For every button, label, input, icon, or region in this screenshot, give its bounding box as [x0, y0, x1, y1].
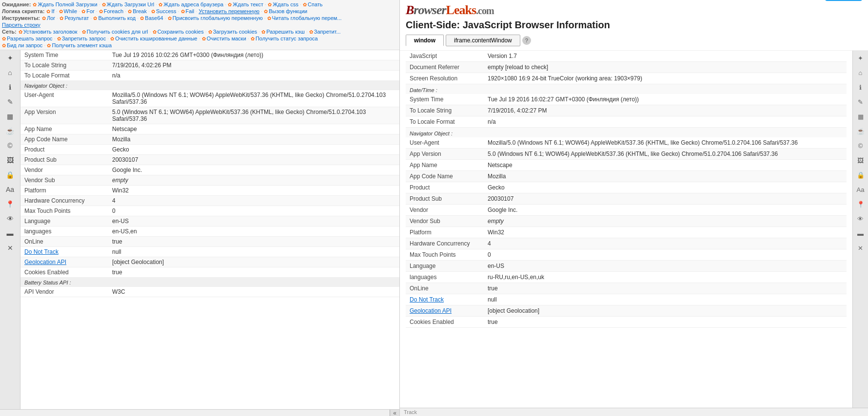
toolbar-item-check-req[interactable]: ✿Бид ли запрос [2, 42, 42, 48]
right-row-key-9: App Version [406, 149, 484, 160]
toolbar-item-allow-cache[interactable]: ✿Разрешить кэш [261, 29, 304, 35]
left-row-key-13: Hardware Concurrency [20, 196, 108, 206]
toolbar-item-req-status[interactable]: ✿Получить статус запроса [251, 36, 318, 41]
left-row-key-8: Product [20, 145, 108, 155]
left-sidebar-icon-edit[interactable]: ✎ [3, 96, 17, 108]
toolbar-item-get-cache-elem[interactable]: ✿Получить элемент кэша [47, 42, 112, 48]
toolbar-item-while[interactable]: ✿While [59, 8, 78, 14]
toolbar-item-result[interactable]: ✿Результат [59, 15, 89, 21]
toolbar-item-log[interactable]: ✿Лог [42, 15, 55, 21]
toolbar-item-wait-css[interactable]: ✿Ждать css [268, 1, 298, 7]
right-sidebar-icon-info[interactable]: ℹ [855, 82, 867, 93]
left-row-key-17: OnLine [20, 237, 108, 247]
left-sidebar-icon-copyright[interactable]: © [3, 140, 17, 151]
left-scrollbar-h[interactable]: « [0, 409, 399, 416]
tab-window[interactable]: window [406, 35, 444, 46]
toolbar-item-browser-addr[interactable]: ✿Ждать адреса браузера [158, 1, 223, 7]
toolbar-item-load-cookies[interactable]: ✿Загрузить cookies [208, 29, 257, 35]
gear-icon-15: ✿ [42, 16, 46, 21]
right-row-val-16: Win32 [484, 227, 847, 238]
toolbar-row-5: Сеть: ✿Установить заголовок · ✿Получить … [2, 28, 397, 35]
right-row-val-12: Gecko [484, 182, 847, 193]
left-sidebar-icon-home[interactable]: ⌂ [3, 67, 17, 78]
toolbar-item-clear-cache[interactable]: ✿Очистить кэшированные данные [110, 36, 197, 41]
left-sidebar-icon-close[interactable]: ✕ [3, 242, 17, 254]
toolbar-item-if[interactable]: ✿If [46, 8, 54, 14]
toolbar: Ожидание: ✿Ждать Полной Загрузки · ✿Ждат… [0, 0, 399, 50]
toolbar-item-for[interactable]: ✿For [81, 8, 95, 14]
right-sidebar-icon-coffee[interactable]: ☕ [855, 126, 867, 136]
left-row-key-16: languages [20, 227, 108, 237]
right-row-val-20: ru-RU,ru,en-US,en,uk [484, 272, 847, 283]
toolbar-item-deny-req[interactable]: ✿Запретить запрос [57, 36, 106, 41]
toolbar-item-exec-code[interactable]: ✿Выполнить код [93, 15, 136, 21]
right-sidebar-icon-copyright[interactable]: © [855, 140, 867, 151]
gear-icon-17: ✿ [93, 16, 97, 21]
right-sidebar-icon-lock[interactable]: 🔒 [855, 170, 867, 180]
gear-icon-11: ✿ [128, 9, 132, 14]
toolbar-item-set-header[interactable]: ✿Установить заголовок [19, 29, 78, 35]
toolbar-item-base64[interactable]: ✿Base64 [140, 15, 163, 21]
help-button[interactable]: ? [522, 36, 531, 45]
left-sidebar-icon-bar[interactable]: ▬ [3, 227, 17, 239]
left-row-key-19: Geolocation API [20, 257, 108, 267]
right-sidebar-icon-image[interactable]: 🖼 [855, 155, 867, 166]
toolbar-item-full-load[interactable]: ✿Ждать Полной Загрузки [33, 1, 97, 7]
right-sidebar-icon-home[interactable]: ⌂ [855, 67, 867, 78]
toolbar-item-wait-text[interactable]: ✿Ждать текст [228, 1, 263, 7]
toolbar-item-fail[interactable]: ✿Fail [181, 8, 195, 14]
toolbar-item-sleep[interactable]: ✿Спать [303, 1, 323, 7]
left-data-table: System TimeTue Jul 19 2016 10:02:26 GMT+… [20, 50, 399, 297]
left-panel: Ожидание: ✿Ждать Полной Загрузки · ✿Ждат… [0, 0, 400, 416]
right-row-val-2: 1920×1080 16:9 24-bit TrueColor (working… [484, 73, 847, 84]
gear-icon-18: ✿ [140, 16, 144, 21]
right-sidebar-icon-edit[interactable]: ✎ [855, 96, 867, 107]
left-sidebar-icon-grid[interactable]: ▦ [3, 111, 17, 122]
toolbar-item-read-global[interactable]: ✿Читать глобальную перем... [267, 15, 342, 21]
left-sidebar-icon-lock[interactable]: 🔒 [3, 169, 17, 181]
left-sidebar-icon-star[interactable]: ✦ [3, 52, 17, 64]
left-sidebar-icon-coffee[interactable]: ☕ [3, 125, 17, 137]
left-sidebar-icon-eye[interactable]: 👁 [3, 213, 17, 225]
left-sidebar-icon-font[interactable]: Aa [3, 184, 17, 195]
toolbar-item-clear-masks[interactable]: ✿Очистить маски [202, 36, 246, 41]
right-row-val-23: [object Geolocation] [484, 305, 847, 317]
left-row-key-1: To Locale String [20, 60, 108, 71]
right-sidebar-icon-bar[interactable]: ▬ [855, 228, 867, 239]
gear-icon-14: ✿ [264, 9, 268, 14]
right-sidebar-icon-close[interactable]: ✕ [855, 243, 867, 253]
toolbar-item-url-load[interactable]: ✿Ждать Загрузки Url [102, 1, 155, 7]
right-row-val-14: Google Inc. [484, 205, 847, 216]
left-sidebar-icon-image[interactable]: 🖼 [3, 154, 17, 166]
tweet-button[interactable]: 🐦 Tweet [825, 0, 862, 1]
right-sidebar-icon-star[interactable]: ✦ [855, 53, 867, 63]
right-data-table: JavaScriptVersion 1.7Document Referrerem… [406, 51, 847, 328]
toolbar-item-allow-req[interactable]: ✿Разрешать запрос [2, 36, 53, 41]
toolbar-item-break[interactable]: ✿Break [128, 8, 147, 14]
toolbar-item-success[interactable]: ✿Success [151, 8, 177, 14]
toolbar-label-net: Сеть: [2, 29, 17, 35]
toolbar-label-wait: Ожидание: [2, 1, 31, 7]
right-sidebar-icon-font[interactable]: Aa [855, 184, 867, 195]
toolbar-item-save-cookies[interactable]: ✿Сохранить cookies [153, 29, 204, 35]
toolbar-label-tools: Инструменты: [2, 15, 40, 21]
collapse-button[interactable]: « [390, 410, 399, 416]
toolbar-item-get-cookies[interactable]: ✿Получить cookies для url [82, 29, 148, 35]
left-row-val-6: Netscape [108, 124, 399, 134]
toolbar-item-deny-cache[interactable]: ✿Запретит... [309, 29, 341, 35]
toolbar-item-call-func[interactable]: ✿Вызов функции [264, 8, 307, 14]
toolbar-item-set-var[interactable]: Установить переменную [198, 8, 259, 14]
left-row-val-17: true [108, 237, 399, 247]
toolbar-item-foreach[interactable]: ✿Foreach [99, 8, 123, 14]
toolbar-item-parse-str[interactable]: Парсить строку [2, 22, 40, 28]
right-sidebar-icon-eye[interactable]: 👁 [855, 213, 867, 224]
left-row-val-2: n/a [108, 71, 399, 81]
right-sidebar-icon-location[interactable]: 📍 [855, 199, 867, 209]
tab-iframe[interactable]: iframe.contentWindow [446, 35, 520, 46]
left-sidebar-icon-info[interactable]: ℹ [3, 81, 17, 93]
right-row-val-21: true [484, 283, 847, 294]
right-row-val-1: empty [reload to check] [484, 62, 847, 73]
toolbar-item-set-global[interactable]: ✿Присвоить глобальную переменную [168, 15, 263, 21]
right-sidebar-icon-grid[interactable]: ▦ [855, 111, 867, 122]
left-sidebar-icon-location[interactable]: 📍 [3, 198, 17, 210]
